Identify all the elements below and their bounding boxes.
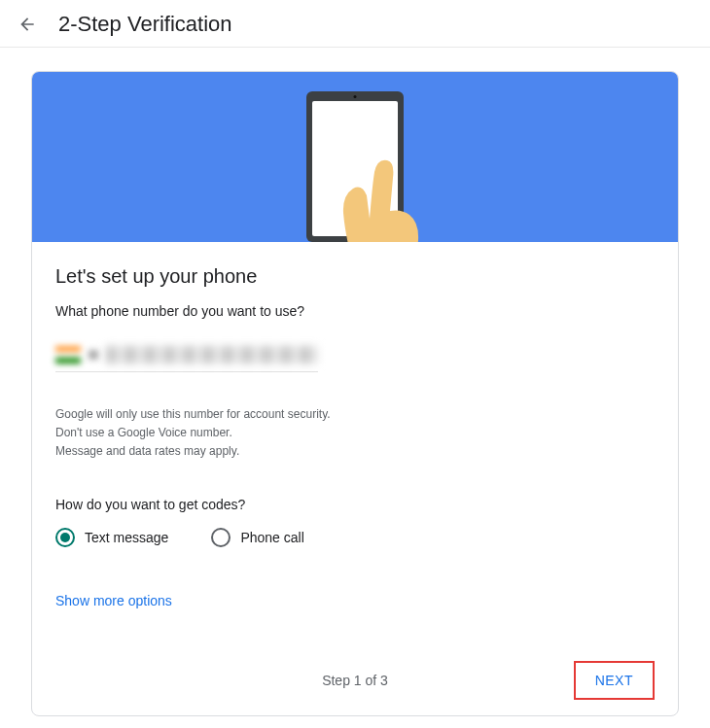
phone-input[interactable] [55,346,318,364]
radio-group: Text message Phone call [55,528,655,547]
setup-card: Let's set up your phone What phone numbe… [31,71,679,716]
back-arrow-icon[interactable] [16,13,39,36]
phone-device-illustration [306,91,404,242]
radio-button-icon [211,528,231,547]
setup-subheading: What phone number do you want to use? [55,303,655,319]
codes-heading: How do you want to get codes? [55,497,655,512]
step-indicator: Step 1 of 3 [322,673,388,688]
page-header: 2-Step Verification [0,0,710,48]
radio-label: Text message [85,530,168,545]
card-body: Let's set up your phone What phone numbe… [32,242,678,715]
country-dropdown-icon[interactable] [89,350,98,360]
show-more-options-link[interactable]: Show more options [55,593,172,608]
setup-heading: Let's set up your phone [55,265,655,288]
radio-text-message[interactable]: Text message [55,528,168,547]
footer-row: Step 1 of 3 NEXT [55,661,655,700]
radio-label: Phone call [240,530,303,545]
disclaimer-line: Google will only use this number for acc… [55,405,655,424]
disclaimer-line: Message and data rates may apply. [55,442,655,461]
phone-number-field[interactable] [106,346,318,364]
next-button[interactable]: NEXT [574,661,655,700]
radio-phone-call[interactable]: Phone call [211,528,303,547]
input-underline [55,371,318,372]
page-title: 2-Step Verification [58,12,232,37]
disclaimer-text: Google will only use this number for acc… [55,405,655,462]
banner-illustration [32,72,678,242]
country-flag-icon[interactable] [55,346,81,364]
radio-button-icon [55,528,75,547]
disclaimer-line: Don't use a Google Voice number. [55,424,655,442]
